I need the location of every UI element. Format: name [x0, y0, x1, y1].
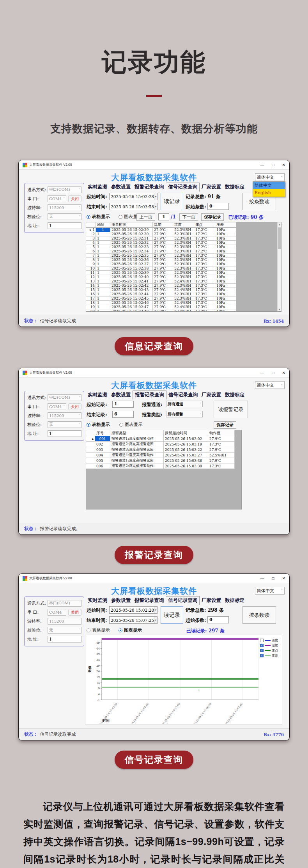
read-records-button[interactable]: 读记录	[161, 606, 183, 624]
close-button[interactable]: ✕	[282, 163, 285, 167]
table-row[interactable]: 312025-05-26 15:02:3127.9℃52.3%RH17.3℃10…	[86, 236, 281, 241]
table-row[interactable]: 712025-05-26 15:02:3527.9℃52.3%RH17.3℃10…	[86, 254, 281, 258]
port-close-button[interactable]: 关闭	[68, 195, 81, 202]
tab-2[interactable]: 报警记录查询	[133, 597, 166, 604]
table-row[interactable]: 512025-05-26 15:02:3327.9℃52.3%RH17.2℃10…	[86, 245, 281, 249]
comm-parity-select[interactable]: 无˅	[48, 213, 81, 220]
language-option-zh[interactable]: 简体中文	[253, 182, 285, 189]
table-row[interactable]: 412025-05-26 15:02:3227.9℃52.3%RH17.3℃10…	[86, 241, 281, 245]
checkbox-checked-icon[interactable]: ✓	[260, 644, 264, 647]
start-time-input[interactable]: 2025-05-26 15:02:28▾	[109, 193, 158, 200]
save-records-button[interactable]: 保存记录	[201, 213, 224, 221]
table-scrollbar[interactable]: ▲▼	[277, 222, 281, 311]
tab-3[interactable]: 信号记录查询	[166, 183, 200, 192]
calendar-drop-icon[interactable]: ▾	[154, 203, 157, 210]
close-button[interactable]: ✕	[282, 371, 285, 375]
minimize-button[interactable]: —	[260, 371, 264, 375]
tab-1[interactable]: 参数设置	[109, 391, 133, 399]
table-view-radio[interactable]: 表格显示	[87, 214, 110, 220]
maximize-button[interactable]: □	[272, 577, 274, 580]
tab-0[interactable]: 实时监测	[86, 597, 109, 604]
comm-port-select[interactable]: COM4˅	[48, 403, 66, 410]
comm-method-select[interactable]: 串口(COM)˅	[48, 394, 81, 401]
comm-addr-input[interactable]: 1	[48, 636, 81, 643]
titlebar[interactable]: 大屏看板数据采集软件 V2.08 — □ ✕	[19, 574, 289, 583]
language-dropdown[interactable]: 简体中文 ˅	[255, 381, 285, 389]
table-row[interactable]: ▸001报警通道1:温度低报警动作2025-05-26 15:03:0227.9…	[86, 436, 241, 442]
next-page-button[interactable]: 下一页	[179, 213, 198, 221]
comm-port-select[interactable]: COM4˅	[48, 195, 66, 202]
end-time-input[interactable]: 2025-05-26 15:03:58▾	[109, 203, 158, 210]
calendar-drop-icon[interactable]: ▾	[154, 607, 157, 613]
minimize-button[interactable]: —	[260, 163, 264, 167]
tab-5[interactable]: 数据标定	[223, 183, 246, 191]
calendar-drop-icon[interactable]: ▾	[154, 193, 157, 200]
comm-baud-select[interactable]: 115200˅	[48, 412, 81, 419]
close-button[interactable]: ✕	[282, 577, 285, 580]
alarm-record-table[interactable]: 序号报警类型报警起始时间动作值▸001报警通道1:温度低报警动作2025-05-…	[86, 430, 242, 509]
table-row[interactable]: 812025-05-26 15:02:3627.9℃52.3%RH17.3℃10…	[86, 258, 281, 262]
table-row[interactable]: 1112025-05-26 15:02:3927.9℃52.3%RH17.3℃1…	[86, 271, 281, 275]
table-row[interactable]: 006报警通道2:露点低报警动作2025-05-26 15:03:3917.3℃	[86, 463, 241, 469]
table-row[interactable]: 2012025-05-26 15:02:4827.9℃52.4%RH17.3℃1…	[86, 309, 281, 312]
table-view-radio[interactable]: 表格显示	[87, 627, 110, 633]
tab-4[interactable]: 厂家设置	[200, 391, 223, 399]
table-row[interactable]: 1012025-05-26 15:02:3827.9℃52.3%RH17.3℃1…	[86, 266, 281, 271]
comm-baud-select[interactable]: 115200˅	[48, 618, 81, 625]
tab-3[interactable]: 信号记录查询	[166, 391, 200, 399]
table-row[interactable]: 005报警通道1:温度高报警返回2025-05-26 15:03:3627.9℃	[86, 458, 241, 463]
table-row[interactable]: 1612025-05-26 15:02:4427.9℃52.3%RH17.3℃1…	[86, 292, 281, 296]
table-row[interactable]: 912025-05-26 15:02:3727.9℃52.3%RH17.3℃10…	[86, 262, 281, 266]
table-row[interactable]: ▸ 112025-05-26 15:02:2927.9℃52.3%RH17.2℃…	[86, 228, 281, 232]
language-dropdown[interactable]: 简体中文 ˅	[255, 587, 285, 595]
end-time-input[interactable]: 2025-05-26 15:07:25▾	[109, 616, 158, 624]
port-close-button[interactable]: 关闭	[68, 609, 81, 616]
checkbox-checked-icon[interactable]: ✓	[260, 654, 264, 657]
table-row[interactable]: 1312025-05-26 15:02:4127.9℃52.4%RH17.3℃1…	[86, 279, 281, 284]
save-records-button[interactable]: 保存记录	[214, 421, 236, 429]
table-row[interactable]: 002报警通道2:露点高报警返回2025-05-26 15:03:1917.3℃	[86, 442, 241, 447]
read-records-button[interactable]: 读记录	[161, 193, 183, 210]
language-dropdown[interactable]: 简体中文 ˅	[255, 173, 285, 181]
tab-0[interactable]: 实时监测	[86, 391, 109, 399]
port-close-button[interactable]: 关闭	[68, 403, 81, 410]
maximize-button[interactable]: □	[272, 371, 274, 375]
comm-parity-select[interactable]: 无˅	[48, 627, 81, 634]
end-record-input[interactable]: 6	[112, 411, 134, 418]
table-row[interactable]: 1912025-05-26 15:02:4727.9℃52.4%RH17.3℃1…	[86, 305, 281, 309]
chart-view-radio[interactable]: 图表显示	[119, 627, 142, 633]
scroll-up-icon[interactable]: ▲	[278, 223, 281, 225]
tab-1[interactable]: 参数设置	[109, 597, 133, 604]
scroll-down-icon[interactable]: ▼	[278, 308, 281, 311]
tab-4[interactable]: 厂家设置	[200, 183, 223, 191]
comm-port-select[interactable]: COM4˅	[48, 609, 66, 616]
table-row[interactable]: 1212025-05-26 15:02:4027.9℃52.3%RH17.3℃1…	[86, 275, 281, 279]
comm-addr-input[interactable]: 1	[48, 222, 81, 229]
read-alarm-records-button[interactable]: 读报警记录	[214, 401, 248, 418]
offset-input[interactable]: 0	[207, 616, 229, 623]
table-row[interactable]: 004报警通道4:湿度高报警动作2025-05-26 15:03:2752.5%…	[86, 453, 241, 458]
alarm-type-select[interactable]: 所有报警˅	[166, 411, 203, 417]
titlebar[interactable]: 大屏看板数据采集软件 V2.08 — □ ✕	[19, 160, 289, 170]
comm-method-select[interactable]: 串口(COM)˅	[48, 186, 81, 193]
tab-1[interactable]: 参数设置	[109, 183, 133, 191]
page-input[interactable]: 1	[158, 213, 169, 220]
calendar-drop-icon[interactable]: ▾	[154, 617, 157, 623]
tab-2[interactable]: 报警记录查询	[133, 391, 166, 399]
table-row[interactable]: 612025-05-26 15:02:3427.9℃52.3%RH17.2℃10…	[86, 249, 281, 254]
start-time-input[interactable]: 2025-05-26 15:02:28▾	[109, 606, 158, 614]
prev-page-button[interactable]: 上一页	[136, 213, 155, 221]
minimize-button[interactable]: —	[260, 577, 264, 580]
chart-view-radio[interactable]: 图表显示	[119, 422, 143, 428]
table-row[interactable]: 1412025-05-26 15:02:4227.9℃52.3%RH17.3℃1…	[86, 284, 281, 288]
comm-baud-select[interactable]: 115200˅	[48, 204, 81, 211]
read-by-count-button[interactable]: 按条数读	[243, 606, 276, 624]
comm-parity-select[interactable]: 无˅	[48, 421, 81, 428]
tab-5[interactable]: 数据标定	[223, 597, 246, 604]
titlebar[interactable]: 大屏看板数据采集软件 V2.08 — □ ✕	[19, 368, 289, 378]
table-row[interactable]: 1712025-05-26 15:02:4527.9℃52.3%RH17.3℃1…	[86, 296, 281, 301]
checkbox-unchecked-icon[interactable]	[260, 639, 264, 642]
table-row[interactable]: 212025-05-26 15:02:3027.9℃52.3%RH17.2℃10…	[86, 232, 281, 236]
comm-addr-input[interactable]: 1	[48, 430, 81, 437]
tab-0[interactable]: 实时监测	[86, 183, 109, 191]
